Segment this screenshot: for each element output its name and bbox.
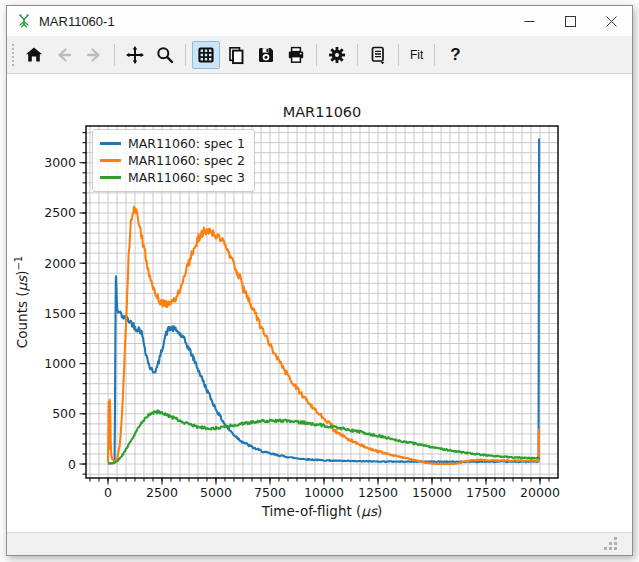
y-axis-label: Counts (μs)−1 bbox=[13, 256, 30, 348]
svg-text:12500: 12500 bbox=[358, 485, 398, 500]
svg-text:2500: 2500 bbox=[146, 485, 178, 500]
legend-item: MAR11060: spec 1 bbox=[100, 135, 245, 152]
svg-text:17500: 17500 bbox=[466, 485, 506, 500]
back-arrow-icon bbox=[54, 45, 74, 65]
copy-icon bbox=[226, 45, 246, 65]
minimize-button[interactable] bbox=[509, 6, 550, 36]
legend-label-spec3: MAR11060: spec 3 bbox=[128, 170, 245, 185]
toolbar-separator bbox=[357, 44, 358, 66]
minimize-icon bbox=[524, 16, 535, 27]
zoom-button[interactable] bbox=[151, 41, 179, 69]
generate-script-button[interactable] bbox=[364, 41, 392, 69]
help-button-label: ? bbox=[446, 45, 464, 65]
figure-canvas: 0250050007500100001250015000175002000005… bbox=[7, 74, 632, 532]
svg-text:1000: 1000 bbox=[44, 356, 76, 371]
grid-icon bbox=[196, 45, 216, 65]
toolbar-separator bbox=[185, 44, 186, 66]
printer-icon bbox=[286, 45, 306, 65]
legend-swatch-spec3 bbox=[100, 176, 121, 179]
legend-label-spec1: MAR11060: spec 1 bbox=[128, 136, 245, 151]
help-button[interactable]: ? bbox=[441, 41, 469, 69]
forward-arrow-icon bbox=[84, 45, 104, 65]
svg-text:10000: 10000 bbox=[304, 485, 344, 500]
legend-item: MAR11060: spec 2 bbox=[100, 152, 245, 169]
fit-button-label: Fit bbox=[406, 48, 427, 62]
toolbar-drag-handle[interactable] bbox=[11, 43, 15, 67]
customize-button[interactable] bbox=[323, 41, 351, 69]
home-icon bbox=[24, 45, 44, 65]
status-bar bbox=[7, 532, 632, 555]
home-button[interactable] bbox=[20, 41, 48, 69]
svg-text:2500: 2500 bbox=[44, 205, 76, 220]
forward-button[interactable] bbox=[80, 41, 108, 69]
pan-icon bbox=[125, 45, 145, 65]
magnifier-icon bbox=[155, 45, 175, 65]
toolbar-separator bbox=[316, 44, 317, 66]
svg-text:15000: 15000 bbox=[412, 485, 452, 500]
title-bar[interactable]: MAR11060-1 bbox=[7, 6, 632, 36]
x-axis-label: Time-of-flight (μs) bbox=[261, 503, 382, 519]
maximize-icon bbox=[565, 16, 576, 27]
svg-text:5000: 5000 bbox=[200, 485, 232, 500]
svg-text:7500: 7500 bbox=[254, 485, 286, 500]
plot-legend: MAR11060: spec 1 MAR11060: spec 2 MAR110… bbox=[92, 129, 255, 192]
svg-text:3000: 3000 bbox=[44, 155, 76, 170]
legend-label-spec2: MAR11060: spec 2 bbox=[128, 153, 245, 168]
resize-grip[interactable] bbox=[614, 547, 617, 550]
svg-text:1500: 1500 bbox=[44, 306, 76, 321]
svg-text:20000: 20000 bbox=[520, 485, 560, 500]
mantid-logo-icon bbox=[16, 13, 32, 29]
gear-icon bbox=[327, 45, 347, 65]
fit-button[interactable]: Fit bbox=[405, 41, 428, 69]
close-icon bbox=[606, 16, 617, 27]
save-button[interactable] bbox=[252, 41, 280, 69]
back-button[interactable] bbox=[50, 41, 78, 69]
copy-button[interactable] bbox=[222, 41, 250, 69]
save-icon bbox=[256, 45, 276, 65]
toolbar-separator bbox=[398, 44, 399, 66]
plot-toolbar: Fit ? bbox=[7, 36, 632, 74]
close-button[interactable] bbox=[591, 6, 632, 36]
legend-swatch-spec1 bbox=[100, 142, 121, 145]
plot-window: MAR11060-1 bbox=[6, 5, 633, 556]
pan-button[interactable] bbox=[121, 41, 149, 69]
grid-toggle-button[interactable] bbox=[192, 41, 220, 69]
toolbar-separator bbox=[434, 44, 435, 66]
svg-text:500: 500 bbox=[52, 406, 76, 421]
legend-swatch-spec2 bbox=[100, 159, 121, 162]
maximize-button[interactable] bbox=[550, 6, 591, 36]
script-icon bbox=[368, 45, 388, 65]
legend-item: MAR11060: spec 3 bbox=[100, 169, 245, 186]
svg-text:0: 0 bbox=[68, 457, 76, 472]
svg-text:2000: 2000 bbox=[44, 256, 76, 271]
print-button[interactable] bbox=[282, 41, 310, 69]
window-title: MAR11060-1 bbox=[39, 14, 115, 29]
toolbar-separator bbox=[114, 44, 115, 66]
svg-text:0: 0 bbox=[104, 485, 112, 500]
plot-title: MAR11060 bbox=[283, 104, 362, 120]
